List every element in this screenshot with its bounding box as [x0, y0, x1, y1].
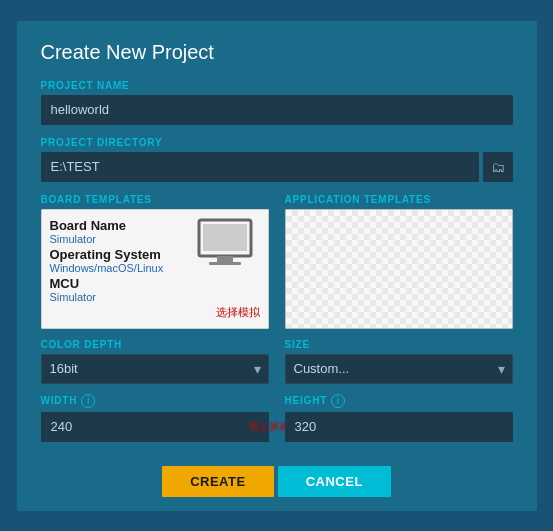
- board-list: Board Name Simulator Operating System Wi…: [50, 218, 190, 305]
- width-label-row: WIDTH i: [41, 394, 269, 408]
- board-item-sub-1: Windows/macOS/Linux: [50, 262, 190, 274]
- project-directory-group: PROJECT DIRECTORY 🗂: [41, 137, 513, 182]
- size-wrapper: Custom... 320x240 800x480: [285, 354, 513, 384]
- templates-section: BOARD TEMPLATES Board Name Simulator Ope…: [41, 194, 513, 329]
- svg-rect-3: [209, 262, 241, 265]
- dimension-row: WIDTH i 填上屏幕分辨率 HEIGHT i: [41, 394, 513, 442]
- board-preview: [190, 218, 260, 270]
- browse-button[interactable]: 🗂: [483, 152, 513, 182]
- size-label: SIZE: [285, 339, 513, 350]
- height-input[interactable]: [285, 412, 513, 442]
- select-template-text: 选择模拟: [216, 305, 260, 320]
- create-button[interactable]: CREATE: [162, 466, 273, 497]
- width-group: WIDTH i 填上屏幕分辨率: [41, 394, 269, 442]
- select-row: COLOR DEPTH 16bit 8bit 32bit SIZE Custom…: [41, 339, 513, 384]
- board-item-name-1: Operating System: [50, 247, 190, 262]
- svg-rect-1: [203, 224, 247, 251]
- height-info-icon: i: [331, 394, 345, 408]
- app-templates-col: APPLICATION TEMPLATES: [285, 194, 513, 329]
- size-select[interactable]: Custom... 320x240 800x480: [285, 354, 513, 384]
- size-group: SIZE Custom... 320x240 800x480: [285, 339, 513, 384]
- board-item-name-0: Board Name: [50, 218, 190, 233]
- dialog-footer: CREATE CANCEL: [41, 454, 513, 511]
- color-depth-wrapper: 16bit 8bit 32bit: [41, 354, 269, 384]
- height-group: HEIGHT i: [285, 394, 513, 442]
- board-item-1[interactable]: Operating System Windows/macOS/Linux: [50, 247, 190, 274]
- project-directory-label: PROJECT DIRECTORY: [41, 137, 513, 148]
- project-name-group: PROJECT NAME: [41, 80, 513, 125]
- board-templates-label: BOARD TEMPLATES: [41, 194, 269, 205]
- board-item-sub-2: Simulator: [50, 291, 190, 303]
- color-depth-group: COLOR DEPTH 16bit 8bit 32bit: [41, 339, 269, 384]
- project-name-input[interactable]: [41, 95, 513, 125]
- directory-row: 🗂: [41, 152, 513, 182]
- width-input[interactable]: [41, 412, 269, 442]
- app-templates-box[interactable]: [285, 209, 513, 329]
- height-label-row: HEIGHT i: [285, 394, 513, 408]
- width-label: WIDTH: [41, 395, 78, 406]
- board-item-2[interactable]: MCU Simulator: [50, 276, 190, 303]
- app-templates-label: APPLICATION TEMPLATES: [285, 194, 513, 205]
- board-templates-col: BOARD TEMPLATES Board Name Simulator Ope…: [41, 194, 269, 329]
- dialog-title: Create New Project: [41, 41, 513, 64]
- color-depth-label: COLOR DEPTH: [41, 339, 269, 350]
- board-templates-box[interactable]: Board Name Simulator Operating System Wi…: [41, 209, 269, 329]
- board-item-0[interactable]: Board Name Simulator: [50, 218, 190, 245]
- monitor-preview-icon: [195, 218, 255, 270]
- color-depth-select[interactable]: 16bit 8bit 32bit: [41, 354, 269, 384]
- width-input-wrapper: 填上屏幕分辨率: [41, 412, 269, 442]
- svg-rect-2: [217, 256, 233, 262]
- height-label: HEIGHT: [285, 395, 328, 406]
- create-project-dialog: Create New Project PROJECT NAME PROJECT …: [17, 21, 537, 511]
- width-info-icon: i: [81, 394, 95, 408]
- height-input-wrapper: [285, 412, 513, 442]
- project-directory-input[interactable]: [41, 152, 479, 182]
- project-name-label: PROJECT NAME: [41, 80, 513, 91]
- board-item-name-2: MCU: [50, 276, 190, 291]
- cancel-button[interactable]: CANCEL: [278, 466, 391, 497]
- board-item-sub-0: Simulator: [50, 233, 190, 245]
